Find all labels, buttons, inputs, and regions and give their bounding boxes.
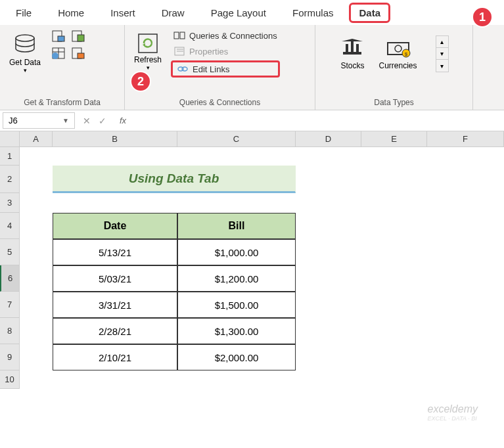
table-header-date[interactable]: Date <box>53 213 177 239</box>
row-header-9[interactable]: 9 <box>0 344 20 370</box>
table-row[interactable]: 5/13/21 <box>53 239 177 265</box>
table-header-bill[interactable]: Bill <box>177 213 296 239</box>
cell[interactable] <box>361 292 427 318</box>
cell[interactable] <box>20 344 53 370</box>
row-header-2[interactable]: 2 <box>0 166 20 193</box>
recent-sources-icon[interactable] <box>70 46 87 60</box>
col-header-d[interactable]: D <box>296 131 361 147</box>
cell[interactable] <box>20 318 53 344</box>
from-text-icon[interactable] <box>50 29 67 43</box>
cell[interactable] <box>20 292 53 318</box>
cell[interactable] <box>20 239 53 265</box>
from-table-icon[interactable] <box>50 46 67 60</box>
queries-connections-button[interactable]: Queries & Connections <box>171 29 280 42</box>
cell[interactable] <box>427 213 504 239</box>
scroll-expand-icon[interactable]: ▾ <box>436 60 448 72</box>
row-header-3[interactable]: 3 <box>0 193 20 213</box>
table-row[interactable]: $2,000.00 <box>177 344 296 370</box>
edit-links-button[interactable]: Edit Links <box>177 64 274 74</box>
col-header-a[interactable]: A <box>20 131 53 147</box>
cell[interactable] <box>427 344 504 370</box>
col-header-e[interactable]: E <box>361 131 427 147</box>
cell[interactable] <box>361 147 427 166</box>
cell[interactable] <box>296 344 361 370</box>
cell[interactable] <box>177 193 296 213</box>
enter-icon[interactable]: ✓ <box>99 116 106 126</box>
cell[interactable] <box>361 265 427 292</box>
tab-page-layout[interactable]: Page Layout <box>200 2 277 24</box>
row-header-5[interactable]: 5 <box>0 239 20 265</box>
cell[interactable] <box>53 147 177 166</box>
scroll-down-icon[interactable]: ▾ <box>436 48 448 60</box>
tab-draw[interactable]: Draw <box>151 2 195 24</box>
tab-insert[interactable]: Insert <box>100 2 146 24</box>
row-header-8[interactable]: 8 <box>0 318 20 344</box>
cell[interactable] <box>20 370 53 389</box>
name-box[interactable]: J6 ▼ <box>3 112 75 129</box>
cell[interactable] <box>296 265 361 292</box>
cell[interactable] <box>361 166 427 193</box>
cell[interactable] <box>53 370 177 389</box>
currencies-button[interactable]: $ Currencies <box>378 37 417 70</box>
cell[interactable] <box>361 318 427 344</box>
cell[interactable] <box>20 166 53 193</box>
cell[interactable] <box>296 292 361 318</box>
col-header-b[interactable]: B <box>53 131 177 147</box>
from-web-icon[interactable] <box>70 29 87 43</box>
table-row[interactable]: 3/31/21 <box>53 292 177 318</box>
row-header-10[interactable]: 10 <box>0 370 20 389</box>
cell[interactable] <box>427 318 504 344</box>
cell[interactable] <box>177 370 296 389</box>
cell[interactable] <box>427 147 504 166</box>
cell[interactable] <box>177 147 296 166</box>
cell[interactable] <box>296 370 361 389</box>
cell[interactable] <box>296 166 361 193</box>
cell[interactable] <box>361 213 427 239</box>
table-row[interactable]: $1,000.00 <box>177 239 296 265</box>
cell[interactable] <box>296 318 361 344</box>
table-row[interactable]: 5/03/21 <box>53 265 177 292</box>
cell[interactable] <box>296 239 361 265</box>
cell[interactable] <box>361 344 427 370</box>
cell[interactable] <box>427 239 504 265</box>
cell[interactable] <box>20 193 53 213</box>
cell[interactable] <box>361 193 427 213</box>
scroll-up-icon[interactable]: ▴ <box>436 36 448 48</box>
formula-bar[interactable]: fx <box>114 113 504 128</box>
cell[interactable] <box>427 166 504 193</box>
title-cell[interactable]: Using Data Tab <box>53 166 296 193</box>
cell[interactable] <box>20 265 53 292</box>
cell[interactable] <box>20 213 53 239</box>
cell[interactable] <box>296 213 361 239</box>
cancel-icon[interactable]: ✕ <box>83 116 91 126</box>
table-row[interactable]: $1,300.00 <box>177 318 296 344</box>
cell[interactable] <box>20 147 53 166</box>
stocks-button[interactable]: Stocks <box>339 37 365 70</box>
tab-home[interactable]: Home <box>47 2 95 24</box>
row-header-4[interactable]: 4 <box>0 213 20 239</box>
cell[interactable] <box>427 193 504 213</box>
col-header-c[interactable]: C <box>177 131 296 147</box>
tab-file[interactable]: File <box>5 2 42 24</box>
select-all-corner[interactable] <box>0 131 20 147</box>
refresh-button[interactable]: Refresh ▾ <box>131 29 164 74</box>
col-header-f[interactable]: F <box>427 131 504 147</box>
cell[interactable] <box>427 292 504 318</box>
properties-button[interactable]: Properties <box>171 45 280 58</box>
table-row[interactable]: 2/10/21 <box>53 344 177 370</box>
row-header-1[interactable]: 1 <box>0 147 20 166</box>
tab-data[interactable]: Data <box>349 3 390 23</box>
cell[interactable] <box>427 265 504 292</box>
cell[interactable] <box>361 370 427 389</box>
tab-formulas[interactable]: Formulas <box>282 2 344 24</box>
cell[interactable] <box>296 147 361 166</box>
row-header-6[interactable]: 6 <box>0 265 20 292</box>
cell[interactable] <box>296 193 361 213</box>
table-row[interactable]: $1,200.00 <box>177 265 296 292</box>
cell[interactable] <box>361 239 427 265</box>
table-row[interactable]: 2/28/21 <box>53 318 177 344</box>
cell[interactable] <box>53 193 177 213</box>
table-row[interactable]: $1,500.00 <box>177 292 296 318</box>
cell[interactable] <box>427 370 504 389</box>
get-data-button[interactable]: Get Data ▾ <box>7 29 43 76</box>
